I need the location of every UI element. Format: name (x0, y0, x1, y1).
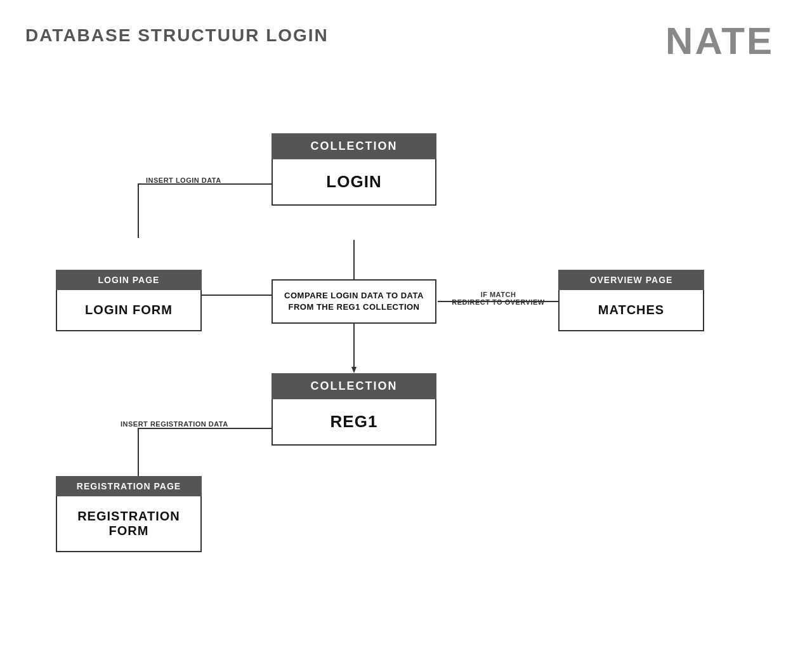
login-page-box: LOGIN PAGE LOGIN FORM (56, 270, 202, 331)
registration-page-body: REGISTRATION FORM (56, 496, 202, 552)
overview-page-header: OVERVIEW PAGE (558, 270, 704, 290)
collection-login-header: COLLECTION (272, 133, 436, 159)
label-insert-login: INSERT LOGIN DATA (146, 176, 221, 184)
registration-page-header: REGISTRATION PAGE (56, 476, 202, 496)
label-insert-reg: INSERT REGISTRATION DATA (121, 420, 228, 428)
overview-page-box: OVERVIEW PAGE MATCHES (558, 270, 704, 331)
registration-page-box: REGISTRATION PAGE REGISTRATION FORM (56, 476, 202, 552)
compare-box: COMPARE LOGIN DATA TO DATA FROM THE REG1… (272, 279, 436, 324)
collection-reg1-body: REG1 (272, 399, 436, 446)
login-page-header: LOGIN PAGE (56, 270, 202, 290)
overview-page-body: MATCHES (558, 290, 704, 331)
login-page-body: LOGIN FORM (56, 290, 202, 331)
collection-login-box: COLLECTION LOGIN (272, 133, 436, 206)
collection-reg1-box: COLLECTION REG1 (272, 373, 436, 446)
collection-login-body: LOGIN (272, 159, 436, 206)
brand-logo: NATE (665, 19, 774, 63)
label-if-match: IF MATCH REDIRECT TO OVERVIEW (443, 291, 554, 306)
collection-reg1-header: COLLECTION (272, 373, 436, 399)
svg-marker-5 (351, 367, 357, 373)
page-title: DATABASE STRUCTUUR LOGIN (25, 25, 329, 46)
